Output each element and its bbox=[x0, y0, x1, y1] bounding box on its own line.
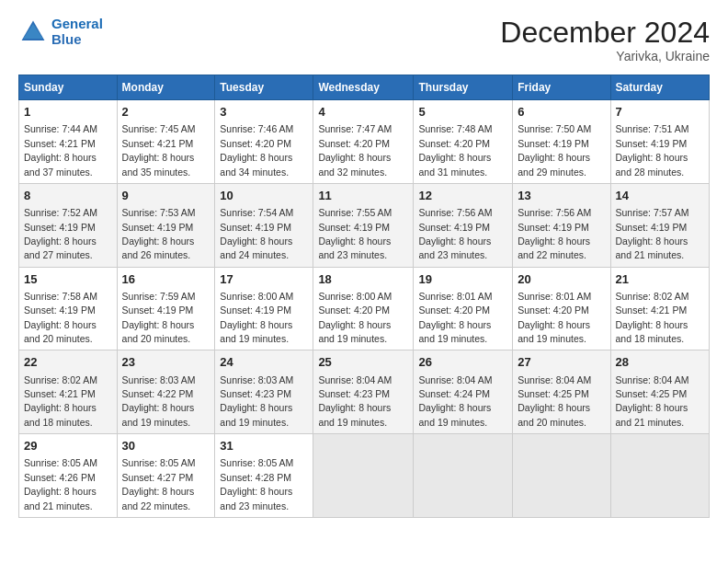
day-number: 31 bbox=[220, 438, 308, 454]
calendar-cell: 28 Sunrise: 8:04 AMSunset: 4:25 PMDaylig… bbox=[610, 350, 710, 434]
calendar-cell: 1 Sunrise: 7:44 AMSunset: 4:21 PMDayligh… bbox=[19, 100, 118, 184]
col-header-friday: Friday bbox=[513, 75, 610, 100]
day-detail: Sunrise: 7:51 AMSunset: 4:19 PMDaylight:… bbox=[616, 123, 689, 177]
day-number: 3 bbox=[220, 104, 308, 121]
day-number: 6 bbox=[518, 104, 605, 121]
day-detail: Sunrise: 8:04 AMSunset: 4:25 PMDaylight:… bbox=[518, 374, 591, 428]
day-detail: Sunrise: 7:46 AMSunset: 4:20 PMDaylight:… bbox=[220, 123, 293, 177]
calendar-cell: 27 Sunrise: 8:04 AMSunset: 4:25 PMDaylig… bbox=[513, 350, 610, 434]
calendar-cell: 30 Sunrise: 8:05 AMSunset: 4:27 PMDaylig… bbox=[117, 434, 215, 518]
day-number: 22 bbox=[24, 354, 112, 371]
day-detail: Sunrise: 7:57 AMSunset: 4:19 PMDaylight:… bbox=[616, 207, 689, 260]
day-number: 14 bbox=[616, 188, 705, 204]
day-number: 26 bbox=[418, 354, 507, 371]
logo-text: General Blue bbox=[51, 17, 103, 47]
calendar-week-3: 15 Sunrise: 7:58 AMSunset: 4:19 PMDaylig… bbox=[19, 267, 710, 350]
calendar-week-2: 8 Sunrise: 7:52 AMSunset: 4:19 PMDayligh… bbox=[19, 183, 710, 267]
day-detail: Sunrise: 7:48 AMSunset: 4:20 PMDaylight:… bbox=[418, 123, 492, 177]
day-detail: Sunrise: 8:04 AMSunset: 4:25 PMDaylight:… bbox=[616, 374, 689, 428]
day-detail: Sunrise: 8:01 AMSunset: 4:20 PMDaylight:… bbox=[418, 291, 492, 344]
calendar-cell: 9 Sunrise: 7:53 AMSunset: 4:19 PMDayligh… bbox=[117, 183, 215, 267]
calendar-cell: 3 Sunrise: 7:46 AMSunset: 4:20 PMDayligh… bbox=[215, 100, 313, 184]
day-number: 10 bbox=[220, 188, 308, 204]
day-number: 1 bbox=[24, 104, 112, 121]
calendar-cell: 5 Sunrise: 7:48 AMSunset: 4:20 PMDayligh… bbox=[414, 100, 513, 184]
calendar-cell: 26 Sunrise: 8:04 AMSunset: 4:24 PMDaylig… bbox=[414, 350, 513, 434]
calendar-cell: 8 Sunrise: 7:52 AMSunset: 4:19 PMDayligh… bbox=[19, 183, 118, 267]
calendar-cell: 13 Sunrise: 7:56 AMSunset: 4:19 PMDaylig… bbox=[513, 183, 610, 267]
header: General Blue December 2024 Yarivka, Ukra… bbox=[18, 17, 710, 63]
day-number: 25 bbox=[318, 354, 408, 371]
calendar-cell: 18 Sunrise: 8:00 AMSunset: 4:20 PMDaylig… bbox=[313, 267, 414, 350]
calendar-week-5: 29 Sunrise: 8:05 AMSunset: 4:26 PMDaylig… bbox=[19, 434, 710, 518]
day-detail: Sunrise: 8:04 AMSunset: 4:23 PMDaylight:… bbox=[318, 374, 392, 428]
day-detail: Sunrise: 7:54 AMSunset: 4:19 PMDaylight:… bbox=[220, 207, 293, 260]
day-detail: Sunrise: 7:50 AMSunset: 4:19 PMDaylight:… bbox=[518, 123, 591, 177]
day-detail: Sunrise: 8:01 AMSunset: 4:20 PMDaylight:… bbox=[518, 291, 591, 344]
day-detail: Sunrise: 7:53 AMSunset: 4:19 PMDaylight:… bbox=[122, 207, 196, 260]
page: General Blue December 2024 Yarivka, Ukra… bbox=[0, 0, 728, 563]
calendar-cell: 16 Sunrise: 7:59 AMSunset: 4:19 PMDaylig… bbox=[117, 267, 215, 350]
day-number: 24 bbox=[220, 354, 308, 371]
col-header-tuesday: Tuesday bbox=[215, 75, 313, 100]
month-title: December 2024 bbox=[500, 17, 710, 49]
col-header-sunday: Sunday bbox=[19, 75, 118, 100]
day-number: 4 bbox=[318, 104, 408, 121]
calendar-week-1: 1 Sunrise: 7:44 AMSunset: 4:21 PMDayligh… bbox=[19, 100, 710, 184]
calendar-cell: 10 Sunrise: 7:54 AMSunset: 4:19 PMDaylig… bbox=[215, 183, 313, 267]
calendar-cell: 25 Sunrise: 8:04 AMSunset: 4:23 PMDaylig… bbox=[313, 350, 414, 434]
day-number: 30 bbox=[122, 438, 210, 454]
day-number: 18 bbox=[318, 271, 408, 288]
day-number: 5 bbox=[418, 104, 507, 121]
calendar-cell: 4 Sunrise: 7:47 AMSunset: 4:20 PMDayligh… bbox=[313, 100, 414, 184]
day-detail: Sunrise: 8:00 AMSunset: 4:19 PMDaylight:… bbox=[220, 291, 293, 344]
day-number: 19 bbox=[418, 271, 507, 288]
calendar-week-4: 22 Sunrise: 8:02 AMSunset: 4:21 PMDaylig… bbox=[19, 350, 710, 434]
day-number: 23 bbox=[122, 354, 210, 371]
day-detail: Sunrise: 7:55 AMSunset: 4:19 PMDaylight:… bbox=[318, 207, 392, 260]
day-number: 11 bbox=[318, 188, 408, 204]
calendar-cell bbox=[414, 434, 513, 518]
logo: General Blue bbox=[18, 17, 103, 47]
day-detail: Sunrise: 8:02 AMSunset: 4:21 PMDaylight:… bbox=[24, 374, 97, 428]
day-detail: Sunrise: 8:05 AMSunset: 4:27 PMDaylight:… bbox=[122, 457, 196, 511]
day-detail: Sunrise: 8:03 AMSunset: 4:22 PMDaylight:… bbox=[122, 374, 196, 428]
day-detail: Sunrise: 8:03 AMSunset: 4:23 PMDaylight:… bbox=[220, 374, 293, 428]
calendar-cell bbox=[313, 434, 414, 518]
calendar-cell: 24 Sunrise: 8:03 AMSunset: 4:23 PMDaylig… bbox=[215, 350, 313, 434]
day-detail: Sunrise: 7:56 AMSunset: 4:19 PMDaylight:… bbox=[418, 207, 492, 260]
day-detail: Sunrise: 7:52 AMSunset: 4:19 PMDaylight:… bbox=[24, 207, 97, 260]
calendar-cell: 20 Sunrise: 8:01 AMSunset: 4:20 PMDaylig… bbox=[513, 267, 610, 350]
calendar-cell: 11 Sunrise: 7:55 AMSunset: 4:19 PMDaylig… bbox=[313, 183, 414, 267]
calendar-cell: 2 Sunrise: 7:45 AMSunset: 4:21 PMDayligh… bbox=[117, 100, 215, 184]
day-detail: Sunrise: 8:00 AMSunset: 4:20 PMDaylight:… bbox=[318, 291, 392, 344]
calendar-cell bbox=[513, 434, 610, 518]
day-detail: Sunrise: 7:59 AMSunset: 4:19 PMDaylight:… bbox=[122, 291, 196, 344]
day-detail: Sunrise: 7:47 AMSunset: 4:20 PMDaylight:… bbox=[318, 123, 392, 177]
day-detail: Sunrise: 8:02 AMSunset: 4:21 PMDaylight:… bbox=[616, 291, 689, 344]
col-header-wednesday: Wednesday bbox=[313, 75, 414, 100]
day-number: 2 bbox=[122, 104, 210, 121]
logo-icon bbox=[18, 17, 48, 47]
calendar-cell: 22 Sunrise: 8:02 AMSunset: 4:21 PMDaylig… bbox=[19, 350, 118, 434]
day-number: 17 bbox=[220, 271, 308, 288]
calendar-cell: 15 Sunrise: 7:58 AMSunset: 4:19 PMDaylig… bbox=[19, 267, 118, 350]
calendar-cell: 7 Sunrise: 7:51 AMSunset: 4:19 PMDayligh… bbox=[610, 100, 710, 184]
day-number: 20 bbox=[518, 271, 605, 288]
calendar-cell: 14 Sunrise: 7:57 AMSunset: 4:19 PMDaylig… bbox=[610, 183, 710, 267]
day-detail: Sunrise: 8:04 AMSunset: 4:24 PMDaylight:… bbox=[418, 374, 492, 428]
day-number: 12 bbox=[418, 188, 507, 204]
calendar-cell: 31 Sunrise: 8:05 AMSunset: 4:28 PMDaylig… bbox=[215, 434, 313, 518]
day-detail: Sunrise: 7:58 AMSunset: 4:19 PMDaylight:… bbox=[24, 291, 97, 344]
calendar-cell: 17 Sunrise: 8:00 AMSunset: 4:19 PMDaylig… bbox=[215, 267, 313, 350]
day-number: 29 bbox=[24, 438, 112, 454]
calendar-cell: 19 Sunrise: 8:01 AMSunset: 4:20 PMDaylig… bbox=[414, 267, 513, 350]
day-detail: Sunrise: 7:45 AMSunset: 4:21 PMDaylight:… bbox=[122, 123, 196, 177]
day-number: 15 bbox=[24, 271, 112, 288]
calendar-cell: 29 Sunrise: 8:05 AMSunset: 4:26 PMDaylig… bbox=[19, 434, 118, 518]
day-number: 28 bbox=[616, 354, 705, 371]
calendar-cell: 12 Sunrise: 7:56 AMSunset: 4:19 PMDaylig… bbox=[414, 183, 513, 267]
col-header-monday: Monday bbox=[117, 75, 215, 100]
day-number: 27 bbox=[518, 354, 605, 371]
day-number: 9 bbox=[122, 188, 210, 204]
